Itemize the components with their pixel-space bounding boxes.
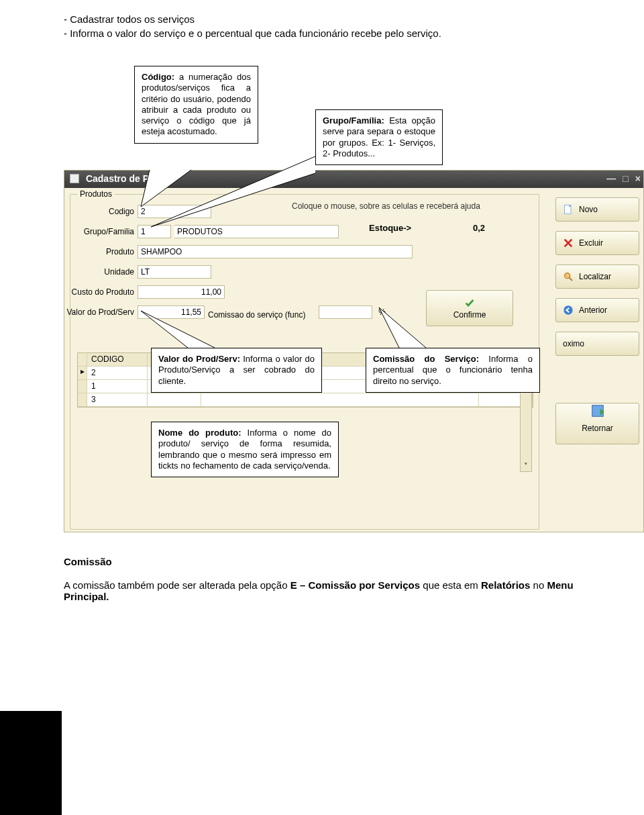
comissao-input[interactable] xyxy=(319,305,372,319)
table-cell[interactable]: 1 xyxy=(87,380,148,393)
col-codigo[interactable]: CODIGO xyxy=(87,353,148,367)
estoque-value: 0,2 xyxy=(473,223,485,233)
lbl-comissao: Comissao do serviço (func) xyxy=(208,310,315,320)
intro-text: - Cadastrar todos os serviços - Informa … xyxy=(64,13,604,39)
callout-valor: Valor do Prod/Serv: Informa o valor do P… xyxy=(151,348,322,393)
grupo-cod-input[interactable]: 1 xyxy=(138,225,171,238)
lbl-custo: Custo do Produto xyxy=(64,287,134,297)
lbl-codigo: Codigo xyxy=(94,207,134,216)
unidade-input[interactable]: LT xyxy=(138,265,211,279)
svg-line-5 xyxy=(569,277,572,281)
row-marker: ▸ xyxy=(78,367,87,380)
lbl-unidade: Unidade xyxy=(94,267,134,277)
intro-line1: - Cadastrar todos os serviços xyxy=(64,13,604,25)
codigo-input[interactable]: 2 xyxy=(138,205,211,218)
delete-icon xyxy=(563,238,574,248)
proximo-button[interactable]: oximo xyxy=(555,332,639,356)
titlebar: Cadastro de Pr — □ × xyxy=(64,171,643,188)
proximo-label: oximo xyxy=(563,339,584,348)
callout-grupo: Grupo/Família: Esta opção serve para sep… xyxy=(315,109,443,165)
window-title: Cadastro de Pr xyxy=(86,173,153,184)
search-icon xyxy=(563,271,574,282)
lbl-pct: % xyxy=(376,307,386,317)
callout-nome: Nome do produto: Informa o nome do produ… xyxy=(151,422,339,477)
valor-input[interactable]: 11,55 xyxy=(138,305,205,319)
novo-button[interactable]: Novo xyxy=(555,197,639,222)
check-icon xyxy=(464,297,475,308)
produto-input[interactable]: SHAMPOO xyxy=(138,245,413,258)
close-button[interactable]: × xyxy=(635,173,641,184)
excluir-label: Excluir xyxy=(579,238,603,248)
svg-point-6 xyxy=(564,305,572,314)
comissao-heading: Comissão xyxy=(64,556,604,567)
scroll-down-icon[interactable]: ˅ xyxy=(521,461,531,471)
lbl-grupo: Grupo/Familia xyxy=(74,227,134,236)
confirme-label: Confirme xyxy=(453,310,486,320)
table-cell[interactable]: 2 xyxy=(87,367,148,380)
group-label: Produtos xyxy=(77,189,115,199)
intro-line2: - Informa o valor do serviço e o percent… xyxy=(64,28,604,39)
callout-codigo: Código: a numeração dos produtos/serviço… xyxy=(134,66,258,144)
comissao-body: A comissão também pode ser alterada pela… xyxy=(64,579,604,602)
callout-comissao: Comissão do Serviço: Informa o percentua… xyxy=(366,348,540,393)
table-cell[interactable] xyxy=(148,393,201,407)
excluir-button[interactable]: Excluir xyxy=(555,231,639,255)
anterior-button[interactable]: Anterior xyxy=(555,298,639,322)
return-icon xyxy=(590,403,605,418)
retornar-label: Retornar xyxy=(582,424,613,433)
confirme-button[interactable]: Confirme xyxy=(426,290,513,326)
grupo-nome-input[interactable]: PRODUTOS xyxy=(174,225,339,238)
anterior-label: Anterior xyxy=(579,305,607,315)
custo-input[interactable]: 11,00 xyxy=(138,285,225,299)
estoque-label: Estoque-> xyxy=(369,223,411,233)
new-icon xyxy=(563,204,574,215)
after-section: Comissão A comissão também pode ser alte… xyxy=(64,556,604,602)
app-icon xyxy=(70,174,79,183)
lbl-valor: Valor do Prod/Serv xyxy=(60,307,134,317)
retornar-button[interactable]: Retornar xyxy=(555,403,639,444)
minimize-button[interactable]: — xyxy=(606,173,616,184)
maximize-button[interactable]: □ xyxy=(623,173,628,184)
back-icon xyxy=(563,305,574,316)
localizar-button[interactable]: Localizar xyxy=(555,265,639,289)
table-cell[interactable]: 3 xyxy=(87,393,148,407)
table-cell[interactable] xyxy=(201,393,479,407)
help-hint: Coloque o mouse, sobre as celulas e rece… xyxy=(292,201,480,211)
action-buttons: Novo Excluir Localizar Anterior oximo xyxy=(555,197,639,454)
localizar-label: Localizar xyxy=(579,272,611,281)
lbl-produto: Produto xyxy=(94,247,134,256)
novo-label: Novo xyxy=(579,205,598,214)
